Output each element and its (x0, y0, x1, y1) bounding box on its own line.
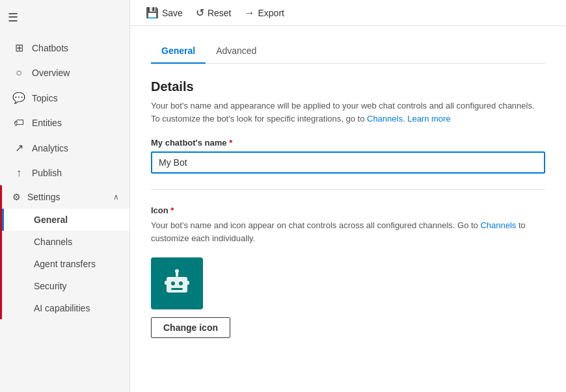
svg-point-5 (175, 269, 179, 273)
sidebar-hamburger[interactable]: ☰ (0, 0, 129, 35)
icon-field-label: Icon * (151, 205, 545, 215)
reset-button[interactable]: ↺ Reset (196, 7, 232, 19)
sidebar-item-topics[interactable]: 💬 Topics (0, 85, 129, 111)
reset-label: Reset (208, 8, 232, 18)
settings-header[interactable]: ⚙ Settings ∧ (2, 185, 129, 209)
svg-rect-7 (187, 281, 189, 285)
sidebar-item-analytics[interactable]: ↗ Analytics (0, 135, 129, 161)
sidebar-item-entities[interactable]: 🏷 Entities (0, 111, 129, 135)
hamburger-icon: ☰ (8, 10, 18, 25)
svg-point-1 (171, 281, 175, 285)
sidebar-sub-item-channels[interactable]: Channels (2, 231, 129, 253)
settings-group: ⚙ Settings ∧ General Channels Agent tran… (0, 185, 129, 319)
chatbot-name-input[interactable] (151, 151, 545, 174)
icon-required-marker: * (170, 205, 174, 215)
sidebar: ☰ ⊞ Chatbots ○ Overview 💬 Topics 🏷 Entit… (0, 0, 130, 392)
sidebar-item-label: Topics (32, 93, 58, 103)
sidebar-item-chatbots[interactable]: ⊞ Chatbots (0, 35, 129, 60)
tab-general[interactable]: General (151, 39, 206, 64)
tab-bar: General Advanced (151, 39, 545, 64)
sidebar-sub-item-ai-capabilities[interactable]: AI capabilities (2, 297, 129, 319)
export-icon: → (245, 7, 255, 19)
icon-section: Icon * Your bot's name and icon appear o… (151, 205, 545, 338)
sidebar-item-label: Chatbots (32, 43, 68, 53)
icon-channels-link[interactable]: Channels (480, 220, 516, 230)
chatbots-icon: ⊞ (12, 42, 25, 54)
sidebar-item-label: Publish (32, 168, 62, 178)
publish-icon: ↑ (12, 167, 25, 179)
sidebar-item-publish[interactable]: ↑ Publish (0, 161, 129, 185)
sidebar-sub-item-general[interactable]: General (2, 209, 129, 231)
sidebar-item-label: Overview (32, 68, 70, 78)
sidebar-item-overview[interactable]: ○ Overview (0, 60, 129, 85)
topics-icon: 💬 (12, 92, 25, 104)
save-icon: 💾 (146, 7, 159, 19)
icon-description: Your bot's name and icon appear on chat … (151, 219, 545, 244)
overview-icon: ○ (12, 67, 25, 79)
chevron-up-icon: ∧ (113, 192, 119, 202)
sub-item-label: Channels (34, 237, 72, 247)
sidebar-sub-item-agent-transfers[interactable]: Agent transfers (2, 253, 129, 275)
tab-advanced[interactable]: Advanced (206, 39, 267, 64)
settings-left: ⚙ Settings (12, 192, 61, 202)
settings-icon: ⚙ (12, 192, 21, 202)
required-marker: * (229, 138, 232, 148)
analytics-icon: ↗ (12, 142, 25, 154)
details-section: Details Your bot's name and appearance w… (151, 79, 545, 174)
export-button[interactable]: → Export (245, 7, 284, 19)
channels-link[interactable]: Channels (367, 114, 403, 124)
save-button[interactable]: 💾 Save (146, 7, 183, 19)
learn-more-link[interactable]: Learn more (407, 114, 450, 124)
sub-item-label: Security (34, 281, 67, 291)
name-field-label: My chatbot's name * (151, 138, 545, 148)
section-divider (151, 189, 545, 190)
svg-rect-3 (171, 288, 183, 290)
sidebar-item-label: Analytics (32, 143, 68, 153)
section-title: Details (151, 79, 545, 94)
section-description: Your bot's name and appearance will be a… (151, 99, 545, 125)
sidebar-item-label: Entities (32, 118, 62, 128)
content-area: General Advanced Details Your bot's name… (130, 26, 566, 392)
svg-rect-6 (165, 281, 167, 285)
sub-item-label: General (34, 215, 68, 225)
entities-icon: 🏷 (12, 117, 25, 129)
save-label: Save (162, 8, 183, 18)
change-icon-button[interactable]: Change icon (151, 317, 230, 338)
main-content: 💾 Save ↺ Reset → Export General Advanced… (130, 0, 566, 392)
bot-icon-preview (151, 257, 203, 309)
toolbar: 💾 Save ↺ Reset → Export (130, 0, 566, 26)
reset-icon: ↺ (196, 7, 204, 19)
sub-item-label: Agent transfers (34, 259, 96, 269)
sub-item-label: AI capabilities (34, 303, 90, 313)
svg-point-2 (179, 281, 183, 285)
sidebar-sub-item-security[interactable]: Security (2, 275, 129, 297)
svg-rect-0 (167, 277, 187, 293)
bot-icon (161, 268, 193, 299)
settings-label: Settings (27, 192, 61, 202)
export-label: Export (258, 8, 284, 18)
